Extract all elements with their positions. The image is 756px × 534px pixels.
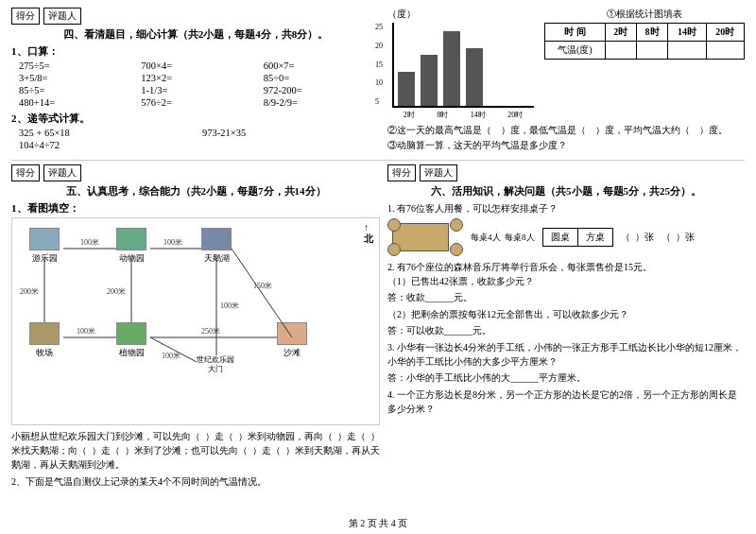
bar-chart: 25 20 15 10 5 [392, 23, 534, 108]
north-arrow: ↑北 [364, 222, 373, 246]
cell-square: 方桌 [578, 229, 612, 246]
section-five-title: 五、认真思考，综合能力（共2小题，每题7分，共14分） [11, 184, 380, 198]
desk-illustration [387, 218, 463, 256]
th-20shi: 20时 [706, 24, 744, 42]
score-label-six: 得分 [387, 164, 416, 181]
section-five-panel: 得分 评题人 五、认真思考，综合能力（共2小题，每题7分，共14分） 1、看图填… [11, 164, 380, 491]
six-p2-ans1: 答：收款______元。 [387, 291, 745, 304]
node-zhiwuyuan: 植物园 [116, 322, 146, 359]
calc-item: 972-200= [264, 85, 380, 95]
map-svg: 100米 100米 200米 200米 100米 100米 [12, 218, 362, 425]
calc-item: 480+14= [19, 97, 135, 108]
stool-bl [387, 243, 401, 256]
divider-mid [11, 160, 745, 161]
chart-questions: ②这一天的最高气温是（ ）度，最低气温是（ ）度，平均气温大约（ ）度。 ③动脑… [387, 124, 745, 152]
th-time: 时 间 [545, 24, 606, 42]
table-result-inline: 圆桌 方桌 [542, 228, 613, 247]
td-temp-14 [668, 42, 706, 60]
stool-tl [387, 218, 401, 232]
node-muchang: 牧场 [29, 322, 60, 359]
svg-text:100米: 100米 [220, 301, 239, 310]
calc-item: 576÷2= [141, 97, 257, 108]
td-temp-2 [605, 42, 636, 60]
node-shatan: 沙滩 [277, 322, 307, 359]
calc-item: 85÷5= [19, 85, 135, 95]
svg-line-10 [150, 337, 197, 362]
calc-item: 275÷5= [19, 60, 135, 71]
eq-item: 325 + 65×18 [19, 128, 197, 138]
dongwuyuan-img [116, 228, 146, 250]
node-datang: 世纪欢乐园大门 [197, 355, 234, 373]
calc-item: 3+5/8= [19, 73, 135, 83]
svg-text:250米: 250米 [201, 327, 220, 336]
score-row-four: 得分 评题人 [11, 8, 380, 25]
td-temp-label: 气温(度) [545, 42, 606, 60]
calc-item: 8/9-2/9= [264, 97, 380, 108]
calc-item: 123×2= [141, 73, 257, 83]
per-table-label: 每桌4人 每桌8人 [471, 232, 535, 244]
six-p3-text: 3. 小华有一张边长4分米的手工纸，小伟的一张正方形手工纸边长比小华的短12厘米… [387, 340, 745, 369]
calc-item: 85÷0= [264, 73, 380, 83]
blank-square: （ ）张 [662, 231, 695, 244]
td-temp-20 [706, 42, 744, 60]
svg-text:100米: 100米 [163, 238, 182, 247]
bar-2shi [398, 72, 415, 106]
page-number: 第 2 页 共 4 页 [349, 517, 408, 530]
blank-round: （ ）张 [621, 231, 654, 244]
six-p2-text: 2. 有76个座位的森林音乐厅将举行音乐会，每张票售价是15元。 （1）已售出4… [387, 260, 745, 288]
chart-and-table: （度） 25 20 15 10 5 [387, 8, 745, 120]
youleyuan-img [29, 228, 60, 250]
temperature-table: 时 间 2时 8时 14时 20时 气温(度) [544, 23, 745, 60]
section-six-title: 六、活用知识，解决问题（共5小题，每题5分，共25分）。 [387, 184, 745, 198]
table-data-row: 气温(度) [545, 42, 745, 60]
bars [394, 23, 534, 106]
six-p2-text2: （2）把剩余的票按每张12元全部售出，可以收款多少元？ [387, 307, 745, 321]
bar-8shi [421, 55, 438, 106]
six-p4-text: 4. 一个正方形边长是8分米，另一个正方形的边长是它的2倍，另一个正方形的周长是… [387, 388, 745, 416]
chart-q2: ②这一天的最高气温是（ ）度，最低气温是（ ）度，平均气温大约（ ）度。 [387, 124, 745, 137]
page: 得分 评题人 四、看清题目，细心计算（共2小题，每题4分，共8分）。 1、口算：… [0, 0, 756, 534]
shatan-img [277, 322, 307, 345]
eq-calc-grid: 325 + 65×18 973-21×35 104÷4÷72 [19, 128, 380, 150]
table-header-row: 时 间 2时 8时 14时 20时 [545, 24, 745, 42]
svg-text:100米: 100米 [80, 238, 99, 247]
section-four-title: 四、看清题目，细心计算（共2小题，每题4分，共8分）。 [11, 27, 380, 42]
calc-item: 600×7= [264, 60, 380, 71]
cell-round: 圆桌 [543, 229, 578, 246]
six-p3-ans: 答：小华的手工纸比小伟的大______平方厘米。 [387, 371, 745, 385]
rater-label-four: 评题人 [43, 8, 81, 25]
chart-panel: （度） 25 20 15 10 5 [387, 8, 745, 154]
calc-item: 1-1/3= [141, 85, 257, 95]
five-q2-text: 2、下面是气温自测仪上记录的某天4个不同时间的气温情况。 [11, 474, 380, 489]
td-temp-8 [636, 42, 667, 60]
eq-item: 973-21×35 [202, 128, 380, 138]
six-p2-ans2: 答：可以收款______元。 [387, 324, 745, 337]
chart-table-container: ①根据统计图填表 时 间 2时 8时 14时 20时 气温(度) [544, 8, 745, 120]
map-area: ↑北 游乐园 动物园 天鹅湖 牧场 [11, 217, 380, 425]
degree-label: （度） [387, 8, 539, 21]
svg-text:200米: 200米 [107, 287, 126, 296]
top-section: 得分 评题人 四、看清题目，细心计算（共2小题，每题4分，共8分）。 1、口算：… [11, 8, 745, 154]
sub1-five-label: 1、看图填空： [11, 201, 380, 215]
score-row-six: 得分 评题人 [387, 164, 745, 181]
desk-shape [392, 223, 449, 251]
sub1-label: 1、口算： [11, 44, 380, 59]
chart-q3: ③动脑算一算，这天的平均气温是多少度？ [387, 139, 745, 152]
score-row-five: 得分 评题人 [11, 164, 380, 181]
y-axis-labels: 25 20 15 10 5 [375, 23, 383, 106]
svg-text:100米: 100米 [162, 352, 180, 360]
rater-label-six: 评题人 [420, 164, 457, 181]
section-four-panel: 得分 评题人 四、看清题目，细心计算（共2小题，每题4分，共8分）。 1、口算：… [11, 8, 380, 154]
five-q1-text: 小丽想从世纪欢乐园大门到沙滩，可以先向（ ）走（ ）米到动物园，再向（ ）走（ … [11, 429, 380, 472]
svg-text:200米: 200米 [20, 287, 39, 296]
calc-item: 700×4= [141, 60, 257, 71]
chart-table-title: ①根据统计图填表 [544, 8, 745, 21]
x-axis-labels: 2时 8时 14时 20时 [392, 110, 534, 120]
th-14shi: 14时 [668, 24, 706, 42]
zhiwuyuan-img [116, 322, 146, 345]
bar-20shi [466, 48, 483, 106]
section-six-panel: 得分 评题人 六、活用知识，解决问题（共5小题，每题5分，共25分）。 1. 有… [387, 164, 745, 491]
score-label-four: 得分 [11, 8, 40, 25]
node-tianehu: 天鹅湖 [201, 228, 232, 265]
stool-br [450, 243, 463, 256]
